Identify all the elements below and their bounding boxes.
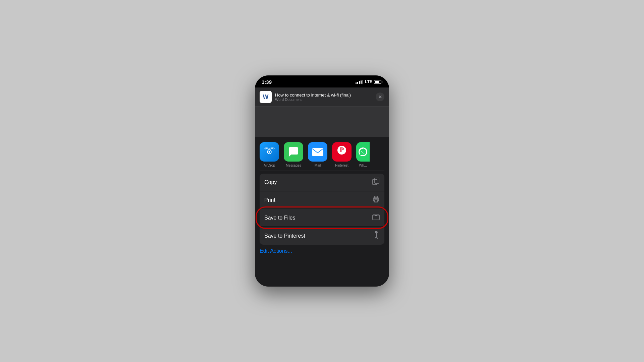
pinterest-app-item[interactable]: P Pinterest bbox=[332, 142, 352, 167]
status-bar: 1:39 LTE bbox=[255, 75, 389, 87]
airdrop-label: AirDrop bbox=[264, 164, 275, 167]
svg-rect-9 bbox=[374, 196, 378, 198]
document-preview bbox=[255, 107, 389, 137]
mail-icon bbox=[308, 142, 327, 162]
pinterest-label: Pinterest bbox=[335, 164, 348, 167]
status-right: LTE bbox=[356, 79, 382, 84]
doc-type: Word Document bbox=[275, 98, 351, 102]
app-icons-row: AirDrop Messages Mail bbox=[255, 137, 389, 171]
airdrop-icon bbox=[260, 142, 279, 162]
save-to-files-label: Save to Files bbox=[264, 215, 295, 221]
status-time: 1:39 bbox=[262, 79, 272, 85]
copy-action[interactable]: Copy bbox=[260, 174, 384, 191]
word-icon: W bbox=[260, 91, 272, 103]
svg-point-11 bbox=[377, 199, 378, 199]
doc-text: How to connect to internet & wi-fi (fina… bbox=[275, 93, 351, 102]
print-label: Print bbox=[264, 197, 275, 203]
svg-rect-2 bbox=[312, 148, 323, 156]
whatsapp-label: Wh... bbox=[359, 164, 367, 167]
copy-label: Copy bbox=[264, 179, 277, 185]
whatsapp-app-item[interactable]: Wh... bbox=[356, 142, 370, 167]
messages-app-item[interactable]: Messages bbox=[284, 142, 303, 167]
edit-actions-link[interactable]: Edit Actions... bbox=[260, 248, 292, 254]
doc-header: W How to connect to internet & wi-fi (fi… bbox=[255, 87, 389, 107]
copy-icon bbox=[372, 178, 380, 187]
save-to-pinterest-icon bbox=[373, 231, 380, 241]
airdrop-app-item[interactable]: AirDrop bbox=[260, 142, 279, 167]
share-sheet: AirDrop Messages Mail bbox=[255, 137, 389, 287]
lte-label: LTE bbox=[365, 79, 372, 84]
close-icon: ✕ bbox=[378, 95, 382, 99]
pinterest-icon: P bbox=[332, 142, 352, 162]
battery-icon bbox=[374, 80, 382, 84]
save-to-files-icon bbox=[372, 213, 380, 222]
print-icon bbox=[372, 195, 380, 204]
messages-label: Messages bbox=[286, 164, 301, 167]
save-to-files-action[interactable]: Save to Files bbox=[260, 209, 384, 226]
doc-info: W How to connect to internet & wi-fi (fi… bbox=[260, 91, 351, 103]
close-button[interactable]: ✕ bbox=[376, 93, 384, 101]
save-to-pinterest-label: Save to Pinterest bbox=[264, 233, 305, 239]
whatsapp-icon bbox=[356, 142, 370, 162]
mail-app-item[interactable]: Mail bbox=[308, 142, 327, 167]
mail-label: Mail bbox=[315, 164, 321, 167]
action-list: Copy Print bbox=[255, 174, 389, 245]
save-to-pinterest-action[interactable]: Save to Pinterest bbox=[260, 227, 384, 245]
svg-rect-7 bbox=[373, 179, 377, 185]
signal-bars bbox=[356, 80, 363, 84]
print-action[interactable]: Print bbox=[260, 191, 384, 208]
svg-point-1 bbox=[268, 151, 270, 153]
edit-actions: Edit Actions... bbox=[255, 245, 389, 256]
doc-title: How to connect to internet & wi-fi (fina… bbox=[275, 93, 351, 98]
messages-icon bbox=[284, 142, 303, 162]
svg-text:P: P bbox=[340, 146, 344, 154]
phone-frame: 1:39 LTE W How to con bbox=[255, 75, 389, 287]
